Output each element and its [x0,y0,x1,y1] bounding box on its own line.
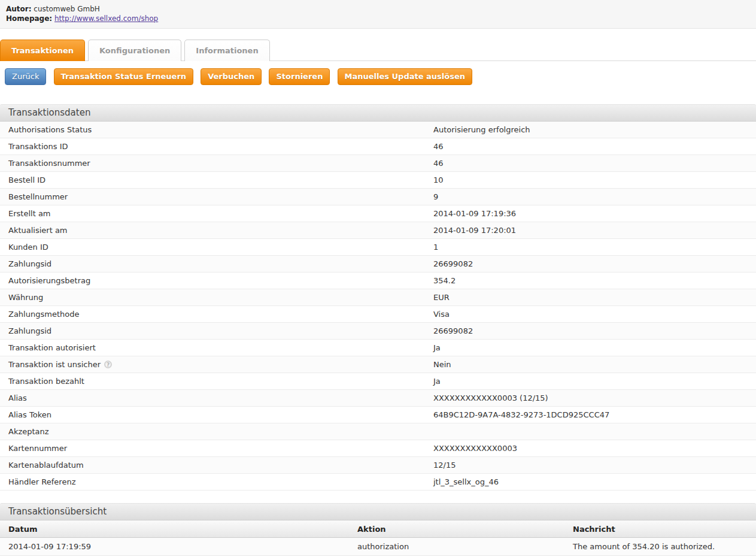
transaction-data-title: Transaktionsdaten [0,104,756,122]
transaction-data-row: Akzeptanz [0,423,756,440]
transaction-data-row: Transaktionsnummer46 [0,155,756,172]
row-label: Transaktions ID [8,142,68,151]
transaction-data-row: Alias Token64B9C12D-9A7A-4832-9273-1DCD9… [0,407,756,423]
transaction-data-row: Transaktion ist unsicher?Nein [0,356,756,373]
row-label: Währung [8,293,43,302]
transaction-data-row: Aktualisiert am2014-01-09 17:20:01 [0,222,756,239]
transaction-data-row: Bestellnummer9 [0,189,756,205]
capture-button[interactable]: Verbuchen [201,68,262,85]
row-value: Ja [433,343,748,352]
transaction-data-row: AliasXXXXXXXXXXXX0003 (12/15) [0,390,756,407]
overview-column-header: Aktion [357,525,573,534]
row-label: Kartennummer [8,444,67,453]
transaction-data-row: Bestell ID10 [0,172,756,189]
overview-cell: 2014-01-09 17:19:59 [8,542,357,551]
row-label: Transaktion autorisiert [8,343,96,352]
back-button[interactable]: Zurück [5,68,46,85]
tab-bar: Transaktionen Konfigurationen Informatio… [0,39,756,61]
row-label: Transaktionsnummer [8,159,90,168]
help-icon[interactable]: ? [104,361,112,368]
tab-transaktionen[interactable]: Transaktionen [0,40,85,61]
transaction-data-row: Zahlungsid26699082 [0,256,756,273]
transaction-data-row: Kunden ID1 [0,239,756,256]
row-label: Transaktion bezahlt [8,377,84,386]
row-value: Visa [433,310,748,319]
row-label: Kartenablaufdatum [8,461,84,470]
overview-table-row: 2014-01-09 17:19:59authorizationThe amou… [0,538,756,556]
row-label: Bestellnummer [8,192,68,201]
manual-update-button[interactable]: Manuelles Update auslösen [338,68,473,85]
transaction-data-row: Autorisierungsbetrag354.2 [0,273,756,289]
transaction-data-row: Transaktion autorisiertJa [0,340,756,356]
row-value: 2014-01-09 17:19:36 [433,209,748,218]
cancel-transaction-button[interactable]: Stornieren [269,68,330,85]
row-label: Autorisierungsbetrag [8,276,90,285]
overview-column-header: Nachricht [573,525,756,534]
row-value: 46 [433,159,748,168]
row-label: Bestell ID [8,175,45,184]
transaction-data-row: WährungEUR [0,289,756,306]
row-value: jtl_3_sellx_og_46 [433,477,748,486]
row-value: 26699082 [433,259,748,268]
row-label: Aktualisiert am [8,226,68,235]
row-label: Authorisations Status [8,125,92,134]
overview-table-header: DatumAktionNachricht [0,520,756,538]
row-label: Zahlungsid [8,259,51,268]
row-value: 9 [433,192,748,201]
row-value: EUR [433,293,748,302]
row-value: 64B9C12D-9A7A-4832-9273-1DCD925CCC47 [433,410,748,419]
row-value: XXXXXXXXXXXX0003 [433,444,748,453]
row-label: Kunden ID [8,243,48,252]
overview-column-header: Datum [8,525,357,534]
row-value: 10 [433,175,748,184]
overview-cell: The amount of 354.20 is authorized. [573,542,756,551]
transaction-overview-section: Transaktionsübersicht DatumAktionNachric… [0,503,756,556]
row-label: Alias Token [8,410,51,419]
transaction-data-row: Händler Referenzjtl_3_sellx_og_46 [0,474,756,491]
row-label: Zahlungsid [8,326,51,335]
row-label: Akzeptanz [8,427,49,436]
row-value: 26699082 [433,326,748,335]
row-label: Erstellt am [8,209,51,218]
row-label: Händler Referenz [8,477,75,486]
transaction-data-row: KartennummerXXXXXXXXXXXX0003 [0,440,756,457]
toolbar: Zurück Transaktion Status Erneuern Verbu… [0,61,756,92]
transaction-data-row: Erstellt am2014-01-09 17:19:36 [0,205,756,222]
author-value: customweb GmbH [34,5,99,13]
transaction-data-row: Transaktions ID46 [0,138,756,155]
author-label: Autor: [6,5,32,13]
transaction-data-rows: Authorisations StatusAutorisierung erfol… [0,122,756,491]
homepage-line: Homepage: http://www.sellxed.com/shop [6,14,750,23]
row-value: 1 [433,243,748,252]
transaction-data-row: Transaktion bezahltJa [0,373,756,390]
author-line: Autor: customweb GmbH [6,4,750,14]
row-label: Zahlungsmethode [8,310,79,319]
plugin-meta-header: Autor: customweb GmbH Homepage: http://w… [0,0,756,29]
transaction-data-row: Authorisations StatusAutorisierung erfol… [0,122,756,138]
tab-konfigurationen[interactable]: Konfigurationen [88,40,181,61]
transaction-data-section: Transaktionsdaten Authorisations StatusA… [0,104,756,491]
row-value: 46 [433,142,748,151]
row-label: Alias [8,393,27,402]
transaction-data-row: ZahlungsmethodeVisa [0,306,756,323]
row-value: Autorisierung erfolgreich [433,125,748,134]
row-value: 2014-01-09 17:20:01 [433,226,748,235]
transaction-data-row: Zahlungsid26699082 [0,323,756,340]
transaction-data-row: Kartenablaufdatum12/15 [0,457,756,474]
row-value: XXXXXXXXXXXX0003 (12/15) [433,393,748,402]
homepage-link[interactable]: http://www.sellxed.com/shop [54,14,158,23]
row-label: Transaktion ist unsicher [8,360,101,369]
row-value: Nein [433,360,748,369]
row-value: 12/15 [433,461,748,470]
homepage-label: Homepage: [6,14,52,23]
tab-informationen[interactable]: Informationen [184,40,269,61]
refresh-status-button[interactable]: Transaktion Status Erneuern [54,68,194,85]
row-value: Ja [433,377,748,386]
row-value: 354.2 [433,276,748,285]
transaction-overview-title: Transaktionsübersicht [0,503,756,520]
overview-table-body: 2014-01-09 17:19:59authorizationThe amou… [0,538,756,556]
overview-cell: authorization [357,542,573,551]
